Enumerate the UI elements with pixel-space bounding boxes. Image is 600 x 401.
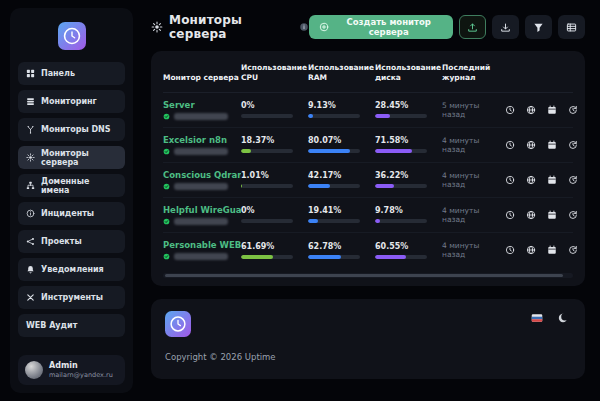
create-server-monitor-button[interactable]: Создать монитор сервера [309,15,453,39]
calendar-button[interactable] [542,170,561,189]
info-icon[interactable] [299,22,309,32]
monitor-name-link[interactable]: Server [163,100,241,110]
monitor-name-link[interactable]: Excelsior n8n [163,135,241,145]
sidebar-item-5[interactable]: Инциденты [18,202,125,225]
sidebar-item-2[interactable]: Мониторы DNS [18,118,125,141]
clock-button[interactable] [500,100,519,119]
cpu-usage-bar [241,149,293,153]
history-button[interactable] [563,205,582,224]
sidebar-item-8[interactable]: Инструменты [18,286,125,309]
cpu-usage-bar [241,219,293,223]
table-body: Server0%9.13%28.45%5 минуты назадExcelsi… [163,93,573,268]
ram-usage-bar [308,149,360,153]
sidebar-item-1[interactable]: Мониторинг [18,90,125,113]
user-email: mailarn@yandex.ru [49,371,113,379]
monitoring-icon [26,97,35,106]
flag-icon [531,312,543,324]
history-button[interactable] [563,241,582,260]
globe-button[interactable] [521,170,540,189]
table-icon [566,22,577,33]
monitor-status [163,253,241,260]
upload-button[interactable] [459,15,486,39]
clock-button[interactable] [500,135,519,154]
disk-usage-bar [375,184,427,188]
disk-usage-cell: 28.45% [375,101,442,118]
clock-button[interactable] [500,170,519,189]
calendar-button[interactable] [542,135,561,154]
globe-button[interactable] [521,135,540,154]
user-card[interactable]: Admin mailarn@yandex.ru [18,355,125,385]
copyright-text: Copyright © 2026 Uptime [165,352,571,362]
footer-actions [529,311,571,325]
footer: Copyright © 2026 Uptime [151,299,585,379]
sidebar-item-9[interactable]: WEB Аудит [18,314,125,337]
sitemap-icon [26,181,35,190]
sidebar-item-label: Панель [41,69,75,78]
monitor-name-link[interactable]: Personable WEB [163,240,241,250]
clock-button[interactable] [500,241,519,260]
cpu-usage-cell: 0% [241,101,308,118]
sidebar-nav: ПанельМониторингМониторы DNSМониторы сер… [18,62,125,342]
footer-logo-icon [165,311,191,337]
monitor-status [163,113,241,120]
page-title: Мониторы сервера [169,13,293,41]
check-circle-icon [163,113,170,120]
clock-button[interactable] [500,205,519,224]
user-name: Admin [49,361,113,371]
sidebar-item-label: Мониторинг [41,97,97,106]
flag-button[interactable] [529,311,545,325]
table-row-1: Excelsior n8n18.37%80.07%71.58%4 минуты … [163,128,573,163]
globe-button[interactable] [521,100,540,119]
horizontal-scrollbar-thumb[interactable] [165,274,563,277]
sidebar-item-6[interactable]: Проекты [18,230,125,253]
monitor-cell: Server [163,100,241,120]
sidebar-item-4[interactable]: Доменные имена [18,174,125,197]
table-row-0: Server0%9.13%28.45%5 минуты назад [163,93,573,128]
header-actions [459,15,585,39]
history-icon [568,210,578,220]
monitor-name-link[interactable]: Conscious Qdrant [163,170,241,180]
globe-button[interactable] [521,205,540,224]
ram-usage-cell: 9.13% [308,101,375,118]
clock-icon [505,175,515,185]
monitor-status [163,183,241,190]
table-row-3: Helpful WireGuard0%19.41%9.78%4 минуты н… [163,198,573,233]
download-button[interactable] [492,15,519,39]
table-button[interactable] [558,15,585,39]
calendar-button[interactable] [542,100,561,119]
globe-icon [526,140,536,150]
column-header-3: Использование диска [375,63,442,83]
share-icon [26,237,35,246]
sidebar-item-0[interactable]: Панель [18,62,125,85]
column-header-4: Последний журнал [442,63,500,83]
disk-usage-bar [375,255,427,259]
disk-usage-bar [375,114,427,118]
check-circle-icon [163,183,170,190]
app-logo-icon[interactable] [58,22,86,50]
column-header-2: Использование RAM [308,63,375,83]
sidebar-item-3[interactable]: Мониторы сервера [18,146,125,169]
history-button[interactable] [563,170,582,189]
calendar-button[interactable] [542,241,561,260]
row-actions [500,241,582,260]
monitor-cell: Conscious Qdrant [163,170,241,190]
calendar-button[interactable] [542,205,561,224]
table-row-2: Conscious Qdrant1.01%42.17%36.22%4 минут… [163,163,573,198]
calendar-icon [547,210,557,220]
moon-button[interactable] [555,311,571,325]
cpu-usage-value: 18.37% [241,136,298,145]
history-button[interactable] [563,100,582,119]
monitor-name-link[interactable]: Helpful WireGuard [163,205,241,215]
clock-icon [505,210,515,220]
sidebar-item-label: Доменные имена [41,177,117,195]
ram-usage-cell: 80.07% [308,136,375,153]
ram-usage-cell: 42.17% [308,171,375,188]
globe-button[interactable] [521,241,540,260]
cpu-usage-cell: 61.69% [241,242,308,259]
cpu-usage-cell: 1.01% [241,171,308,188]
sidebar-item-label: Мониторы сервера [41,149,117,167]
history-button[interactable] [563,135,582,154]
filter-button[interactable] [525,15,552,39]
sidebar-item-7[interactable]: Уведомления [18,258,125,281]
ram-usage-cell: 62.78% [308,242,375,259]
